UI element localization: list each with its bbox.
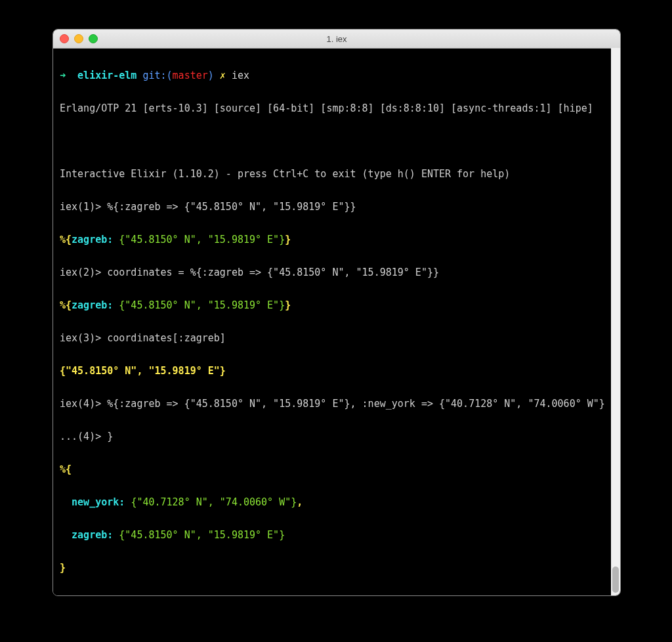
shell-prompt-line: ➜ elixir-elm git:(master) ✗ iex xyxy=(60,68,614,84)
iex-out-4-ny: new_york: {"40.7128° N", "74.0060° W"}, xyxy=(60,494,614,511)
minimize-icon[interactable] xyxy=(74,34,83,43)
iex-line-3: iex(3)> coordinates[:zagreb] xyxy=(60,330,614,347)
iex-out-4-close: } xyxy=(60,560,614,576)
window-title: 1. iex xyxy=(53,34,620,44)
iex-line-4-cont: ...(4)> } xyxy=(60,429,614,445)
terminal-window: 1. iex ➜ elixir-elm git:(master) ✗ iex E… xyxy=(52,29,621,596)
close-icon[interactable] xyxy=(60,34,69,43)
iex-out-2: %{zagreb: {"45.8150° N", "15.9819° E"}} xyxy=(60,297,614,314)
prompt-branch: master xyxy=(173,70,208,81)
iex-out-4-open: %{ xyxy=(60,461,614,478)
iex-line-4: iex(4)> %{:zagreb => {"45.8150° N", "15.… xyxy=(60,396,614,412)
prompt-arrow-icon: ➜ xyxy=(60,70,66,81)
window-controls xyxy=(60,34,98,43)
prompt-git-label: git:( xyxy=(142,70,172,81)
prompt-dirty-icon: ✗ xyxy=(220,70,226,81)
iex-line-2: iex(2)> coordinates = %{:zagreb => {"45.… xyxy=(60,265,614,281)
iex-out-4-zg: zagreb: {"45.8150° N", "15.9819° E"} xyxy=(60,527,614,544)
zoom-icon[interactable] xyxy=(89,34,98,43)
scrollbar[interactable] xyxy=(611,48,620,595)
prompt-cmd: iex xyxy=(232,70,249,81)
elixir-banner: Interactive Elixir (1.10.2) - press Ctrl… xyxy=(60,166,614,182)
iex-out-3: {"45.8150° N", "15.9819° E"} xyxy=(60,363,614,379)
iex-out-1: %{zagreb: {"45.8150° N", "15.9819° E"}} xyxy=(60,232,614,248)
iex-line-5: iex(5)> Map. xyxy=(60,593,614,596)
scrollbar-thumb[interactable] xyxy=(612,567,619,593)
prompt-dir: elixir-elm xyxy=(77,70,136,81)
iex-line-1: iex(1)> %{:zagreb => {"45.8150° N", "15.… xyxy=(60,199,614,215)
terminal-content[interactable]: ➜ elixir-elm git:(master) ✗ iex Erlang/O… xyxy=(53,49,620,596)
titlebar[interactable]: 1. iex xyxy=(53,30,620,49)
prompt-git-close: ) xyxy=(208,70,214,81)
erlang-banner: Erlang/OTP 21 [erts-10.3] [source] [64-b… xyxy=(60,100,614,117)
